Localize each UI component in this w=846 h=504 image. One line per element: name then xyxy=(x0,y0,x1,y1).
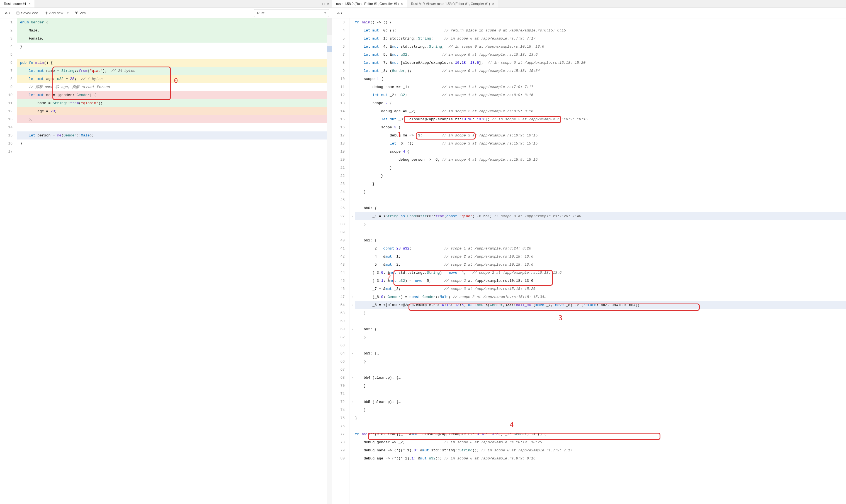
close-icon[interactable]: × xyxy=(492,2,494,6)
code-line[interactable]: } xyxy=(355,333,846,341)
close-window-icon[interactable]: × xyxy=(327,2,329,5)
code-line[interactable] xyxy=(17,148,332,156)
code-line[interactable]: bb3: {… xyxy=(355,349,846,358)
code-line[interactable]: let mut _5: &mut u32; // in scope 0 at /… xyxy=(355,51,846,59)
output-code[interactable]: fn main() -> () { let mut _0: (); // ret… xyxy=(355,18,846,504)
output-tab[interactable]: rustc 1.58.0 (Rust, Editor #1, Compiler … xyxy=(332,0,407,7)
maximize-icon[interactable]: □ xyxy=(323,2,325,5)
code-line[interactable]: debug name => _1; // in scope 1 at /app/… xyxy=(355,83,846,91)
code-line[interactable]: fn main::{closure#0}(_1: &mut [closure@/… xyxy=(355,430,846,438)
code-line[interactable]: debug age => _2; // in scope 2 at /app/e… xyxy=(355,107,846,115)
code-line[interactable]: _4 = &mut _1; // scope 2 at /app/example… xyxy=(355,253,846,260)
code-line[interactable]: let mut _8: (Gender,); // in scope 0 at … xyxy=(355,67,846,75)
close-icon[interactable]: × xyxy=(401,2,403,6)
vim-button[interactable]: Vim xyxy=(72,10,88,16)
code-line[interactable]: let mut _4: &mut std::string::String; //… xyxy=(355,42,846,51)
source-tab[interactable]: Rust source #1 × xyxy=(0,0,35,7)
code-line[interactable]: enum Gender { xyxy=(17,18,332,26)
code-line[interactable] xyxy=(17,51,332,59)
fold-toggle[interactable]: › xyxy=(349,293,355,301)
code-line[interactable]: scope 2 { xyxy=(355,99,846,107)
code-line[interactable] xyxy=(355,317,846,325)
code-line[interactable]: fn main() -> () { xyxy=(355,18,846,26)
code-line[interactable]: } xyxy=(355,172,846,180)
code-line[interactable]: bb5 (cleanup): {… xyxy=(355,398,846,406)
minimap[interactable] xyxy=(327,18,332,504)
code-line[interactable]: } xyxy=(355,188,846,196)
code-line[interactable]: } xyxy=(17,140,332,148)
fold-toggle[interactable]: › xyxy=(349,325,355,333)
code-line[interactable]: scope 4 { xyxy=(355,148,846,156)
source-code[interactable]: enum Gender { Male, Famale,}pub fn main(… xyxy=(17,18,332,504)
code-line[interactable]: } xyxy=(355,406,846,414)
code-line[interactable] xyxy=(17,123,332,131)
code-line[interactable]: debug me => _3; // in scope 3 at /app/ex… xyxy=(355,131,846,140)
code-line[interactable]: (_8.0: Gender) = const Gender::Male; // … xyxy=(355,293,846,301)
code-line[interactable]: debug age => (*((*_1).1: &mut u32)); // … xyxy=(355,454,846,463)
code-line[interactable]: } xyxy=(355,309,846,317)
code-line[interactable]: _1 = <String as From<&str>>::from(const … xyxy=(355,212,846,220)
code-line[interactable]: }; xyxy=(17,115,332,123)
minimap-thumb[interactable] xyxy=(327,46,332,52)
code-line[interactable]: age = 29; xyxy=(17,107,332,115)
code-line[interactable]: _7 = &mut _3; // scope 3 at /app/example… xyxy=(355,285,846,293)
code-line[interactable]: } xyxy=(355,414,846,422)
code-line[interactable]: let mut me = |gender: Gender| { xyxy=(17,91,332,99)
code-line[interactable]: bb4 (cleanup): {… xyxy=(355,374,846,382)
code-line[interactable]: let person = me(Gender::Male); xyxy=(17,131,332,140)
code-line[interactable]: _2 = const 28_u32; // scope 1 at /app/ex… xyxy=(355,245,846,253)
code-line[interactable]: debug name => (*((*_1).0: &mut std::stri… xyxy=(355,446,846,454)
code-line[interactable]: let mut _2: u32; // in scope 1 at /app/e… xyxy=(355,91,846,99)
code-line[interactable]: Famale, xyxy=(17,35,332,42)
code-line[interactable]: bb1: { xyxy=(355,236,846,245)
code-line[interactable]: let mut _3: [closure@/app/example.rs:10:… xyxy=(355,115,846,123)
output-tab[interactable]: Rust MIR Viewer rustc 1.58.0(Editor #1, … xyxy=(407,0,498,7)
code-line[interactable] xyxy=(355,422,846,430)
code-line[interactable]: scope 1 { xyxy=(355,75,846,83)
code-line[interactable]: bb2: {… xyxy=(355,325,846,333)
code-line[interactable] xyxy=(355,341,846,349)
fold-toggle[interactable]: › xyxy=(349,212,355,220)
code-line[interactable]: (_3.1: &mut u32) = move _5; // scope 2 a… xyxy=(355,277,846,285)
code-line[interactable]: Male, xyxy=(17,26,332,35)
code-line[interactable]: let mut _1: std::string::String; // in s… xyxy=(355,35,846,42)
code-line[interactable]: debug gender => _2; // in scope 0 at /ap… xyxy=(355,438,846,446)
code-line[interactable]: (_3.0: &mut std::string::String) = move … xyxy=(355,269,846,277)
code-line[interactable]: let _6: (); // in scope 3 at /app/exampl… xyxy=(355,140,846,148)
code-line[interactable]: let mut _0: (); // return place in scope… xyxy=(355,26,846,35)
code-line[interactable]: _5 = &mut _2; // scope 2 at /app/example… xyxy=(355,260,846,269)
fold-toggle[interactable]: › xyxy=(349,349,355,358)
close-icon[interactable]: × xyxy=(29,2,31,6)
code-line[interactable]: } xyxy=(355,220,846,228)
language-select[interactable]: Rust ▾ xyxy=(254,9,329,17)
code-line[interactable]: let mut name = String::from("qiao"); // … xyxy=(17,67,332,75)
code-line[interactable]: } xyxy=(355,358,846,366)
code-line[interactable]: name = String::from("qiaoin"); xyxy=(17,99,332,107)
code-line[interactable]: let mut age: u32 = 28; // 4 bytes xyxy=(17,75,332,83)
code-line[interactable]: _6 = <[closure@/app/example.rs:10:18: 13… xyxy=(355,301,846,309)
code-line[interactable]: pub fn main() { xyxy=(17,59,332,67)
code-line[interactable]: // 捕获 name 和 age, 类似 struct Person xyxy=(17,83,332,91)
code-line[interactable]: } xyxy=(355,382,846,390)
code-line[interactable]: bb0: { xyxy=(355,204,846,212)
code-line[interactable] xyxy=(355,366,846,374)
code-line[interactable]: } xyxy=(355,164,846,172)
output-editor[interactable]: 3456789101112131415161718192021222324252… xyxy=(332,18,846,504)
code-line[interactable]: scope 3 { xyxy=(355,123,846,131)
code-line[interactable]: } xyxy=(355,180,846,188)
fold-toggle[interactable]: › xyxy=(349,398,355,406)
font-menu-button[interactable]: A xyxy=(335,10,345,16)
fold-column[interactable]: ››››››› xyxy=(349,18,355,504)
code-line[interactable]: } xyxy=(17,42,332,51)
source-editor[interactable]: 1234567891011121314151617 enum Gender { … xyxy=(0,18,332,504)
code-line[interactable] xyxy=(355,390,846,398)
code-line[interactable] xyxy=(355,196,846,204)
minimize-icon[interactable]: _ xyxy=(318,1,320,5)
fold-toggle[interactable]: › xyxy=(349,374,355,382)
code-line[interactable]: let mut _7: &mut [closure@/app/example.r… xyxy=(355,59,846,67)
code-line[interactable]: debug person => _6; // in scope 4 at /ap… xyxy=(355,156,846,164)
font-menu-button[interactable]: A xyxy=(3,10,12,16)
save-load-button[interactable]: Save/Load xyxy=(14,10,40,16)
add-new-button[interactable]: Add new... xyxy=(42,10,71,16)
code-line[interactable] xyxy=(355,228,846,236)
